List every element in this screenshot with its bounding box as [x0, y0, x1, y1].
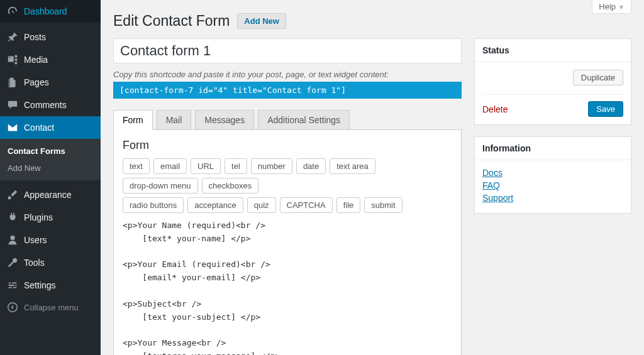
add-new-button[interactable]: Add New	[237, 13, 286, 29]
tag-submit[interactable]: submit	[364, 197, 402, 213]
tag-date[interactable]: date	[296, 158, 326, 174]
page-title-text: Edit Contact Form	[113, 13, 230, 30]
editor-tabs: Form Mail Messages Additional Settings	[113, 110, 462, 130]
duplicate-button[interactable]: Duplicate	[573, 70, 623, 85]
tag-url[interactable]: URL	[191, 158, 221, 174]
sidebar-item-posts[interactable]: Posts	[0, 26, 101, 48]
main-content: Help▼ Edit Contact Form Add New Copy thi…	[101, 0, 644, 355]
sidebar-sub-add-new[interactable]: Add New	[0, 160, 101, 177]
tag-number[interactable]: number	[251, 158, 292, 174]
tag-acceptance[interactable]: acceptance	[187, 197, 243, 213]
sidebar-item-users[interactable]: Users	[0, 229, 101, 251]
sidebar-label: Settings	[24, 280, 56, 290]
shortcode-field[interactable]	[113, 82, 462, 99]
sidebar-submenu-contact: Contact Forms Add New	[0, 139, 101, 180]
help-label: Help	[599, 2, 616, 11]
sidebar-item-tools[interactable]: Tools	[0, 251, 101, 274]
page-title: Edit Contact Form Add New	[113, 13, 631, 30]
sidebar-item-media[interactable]: Media	[0, 48, 101, 71]
status-box: Status Duplicate Delete Save	[474, 38, 631, 125]
tag-generator-row-2: radio buttons acceptance quiz CAPTCHA fi…	[123, 197, 452, 213]
form-panel: Form text email URL tel number date text…	[113, 129, 462, 355]
status-title: Status	[475, 39, 631, 62]
chat-icon	[6, 99, 19, 111]
sidebar-label: Contact	[24, 123, 54, 133]
sidebar-label: Tools	[24, 258, 45, 268]
tag-captcha[interactable]: CAPTCHA	[280, 197, 333, 213]
collapse-label: Collapse menu	[24, 303, 79, 312]
information-title: Information	[475, 137, 631, 160]
sliders-icon	[6, 279, 19, 292]
sidebar-label: Posts	[24, 32, 46, 42]
form-template-editor[interactable]: <p>Your Name (required)<br /> [text* you…	[123, 219, 452, 355]
shortcode-instructions: Copy this shortcode and paste it into yo…	[113, 70, 462, 79]
tab-messages[interactable]: Messages	[195, 110, 254, 130]
tag-tel[interactable]: tel	[225, 158, 247, 174]
sidebar-label: Appearance	[24, 190, 72, 200]
tag-quiz[interactable]: quiz	[247, 197, 276, 213]
tag-email[interactable]: email	[153, 158, 187, 174]
mail-icon	[6, 121, 19, 134]
tag-radio[interactable]: radio buttons	[123, 197, 184, 213]
sidebar-item-appearance[interactable]: Appearance	[0, 183, 101, 206]
sidebar-item-comments[interactable]: Comments	[0, 94, 101, 116]
tab-additional-settings[interactable]: Additional Settings	[258, 110, 350, 130]
sidebar-label: Plugins	[24, 212, 53, 222]
plug-icon	[6, 211, 19, 224]
gauge-icon	[6, 5, 19, 18]
save-button[interactable]: Save	[588, 101, 623, 117]
info-link-docs[interactable]: Docs	[482, 168, 623, 178]
help-tab[interactable]: Help▼	[592, 0, 631, 14]
delete-link[interactable]: Delete	[482, 104, 508, 114]
tab-form[interactable]: Form	[113, 110, 153, 130]
sidebar-item-dashboard[interactable]: Dashboard	[0, 0, 101, 23]
tag-file[interactable]: file	[336, 197, 361, 213]
sidebar-sub-contact-forms[interactable]: Contact Forms	[0, 143, 101, 160]
pin-icon	[6, 31, 19, 43]
admin-sidebar: Dashboard Posts Media Pages Comments Con…	[0, 0, 101, 355]
user-icon	[6, 234, 19, 246]
tab-mail[interactable]: Mail	[157, 110, 192, 130]
tag-checkboxes[interactable]: checkboxes	[202, 178, 259, 194]
form-title-input[interactable]	[113, 38, 462, 63]
tag-text[interactable]: text	[123, 158, 150, 174]
sidebar-item-plugins[interactable]: Plugins	[0, 206, 101, 229]
collapse-icon	[6, 302, 19, 313]
form-panel-title: Form	[123, 139, 452, 152]
tag-textarea[interactable]: text area	[330, 158, 375, 174]
wrench-icon	[6, 256, 19, 269]
info-link-faq[interactable]: FAQ	[482, 180, 623, 190]
sidebar-label: Comments	[24, 100, 67, 110]
media-icon	[6, 53, 19, 66]
sidebar-label: Dashboard	[24, 6, 67, 16]
sidebar-label: Pages	[24, 77, 49, 87]
tag-generator-row-1: text email URL tel number date text area…	[123, 158, 452, 194]
sidebar-item-pages[interactable]: Pages	[0, 71, 101, 94]
collapse-menu-button[interactable]: Collapse menu	[0, 297, 101, 318]
sidebar-label: Users	[24, 235, 47, 245]
pages-icon	[6, 76, 19, 89]
tag-dropdown[interactable]: drop-down menu	[123, 178, 198, 194]
info-link-support[interactable]: Support	[482, 193, 623, 203]
sidebar-item-settings[interactable]: Settings	[0, 274, 101, 297]
brush-icon	[6, 188, 19, 201]
information-box: Information Docs FAQ Support	[474, 136, 631, 214]
chevron-down-icon: ▼	[618, 4, 625, 11]
sidebar-label: Media	[24, 55, 48, 65]
sidebar-item-contact[interactable]: Contact	[0, 116, 101, 139]
